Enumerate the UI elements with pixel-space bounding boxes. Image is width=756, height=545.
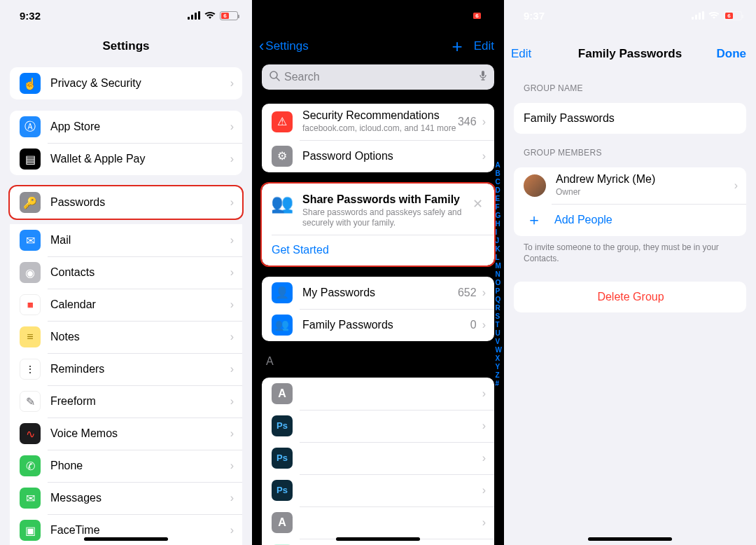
member-row-owner[interactable]: Andrew Myrick (Me) Owner › [514, 167, 746, 204]
plus-icon: ＋ [524, 209, 545, 230]
row-appstore[interactable]: Ⓐ App Store › [10, 111, 242, 143]
row-messages[interactable]: ✉Messages› [10, 482, 242, 514]
phone-icon: ✆ [20, 455, 41, 476]
alpha-index-letter[interactable]: M [496, 262, 502, 270]
row-passwords[interactable]: 🔑 Passwords › [10, 186, 242, 219]
account-row[interactable]: A› [262, 378, 494, 410]
alpha-index-letter[interactable]: Z [496, 371, 502, 380]
alpha-index-letter[interactable]: B [496, 170, 502, 178]
chevron-right-icon: › [734, 179, 738, 192]
alpha-index-letter[interactable]: T [496, 321, 502, 329]
add-button[interactable]: + [452, 37, 463, 55]
svg-rect-0 [188, 17, 190, 20]
alpha-index-letter[interactable]: V [496, 338, 502, 346]
group-name-row[interactable]: Family Passwords [514, 103, 746, 134]
alpha-index-letter[interactable]: Q [496, 296, 502, 304]
row-phone[interactable]: ✆Phone› [10, 450, 242, 482]
row-security-rec[interactable]: ⚠ Security Recommendations facebook.com,… [262, 104, 494, 140]
wifi-icon [204, 10, 216, 22]
row-privacy[interactable]: ☝ Privacy & Security › [10, 67, 242, 99]
edit-button[interactable]: Edit [474, 39, 494, 53]
members-group: Andrew Myrick (Me) Owner › ＋ Add People [514, 167, 746, 236]
status-icons: 6 [692, 10, 742, 22]
calendar-icon: ▦ [20, 294, 41, 315]
row-freeform[interactable]: ✎Freeform› [10, 385, 242, 418]
row-notes[interactable]: ≡Notes› [10, 321, 242, 353]
alpha-index-letter[interactable]: F [496, 203, 502, 212]
row-mail[interactable]: ✉Mail› [10, 224, 242, 256]
chevron-right-icon: › [482, 387, 486, 400]
alpha-index-letter[interactable]: P [496, 287, 502, 296]
alpha-index-letter[interactable]: # [496, 380, 502, 388]
site-icon: A [272, 383, 293, 404]
battery-icon: 6 [472, 11, 490, 20]
account-row[interactable]: Ps› [262, 474, 494, 506]
row-my-passwords[interactable]: 👤 My Passwords 652› [262, 277, 494, 309]
alpha-index-letter[interactable]: H [496, 220, 502, 228]
group-name-group: Family Passwords [514, 103, 746, 134]
alpha-index-letter[interactable]: L [496, 254, 502, 262]
modal-sheet: Edit Family Passwords Done GROUP NAME Fa… [504, 39, 756, 545]
add-people-row[interactable]: ＋ Add People [514, 204, 746, 236]
back-button[interactable]: ‹ Settings [259, 37, 309, 55]
alpha-index-letter[interactable]: J [496, 237, 502, 245]
alpha-index-letter[interactable]: A [496, 161, 502, 170]
search-field[interactable] [262, 64, 494, 90]
row-get-started[interactable]: Get Started [262, 235, 494, 265]
gear-icon: ⚙ [272, 146, 293, 167]
count-badge: 346 [458, 116, 477, 128]
alpha-index-letter[interactable]: C [496, 178, 502, 186]
settings-list[interactable]: ☝ Privacy & Security › Ⓐ App Store › ▤ W… [0, 62, 252, 545]
alpha-index-letter[interactable]: X [496, 354, 502, 363]
search-input[interactable] [284, 71, 475, 83]
alpha-index-letter[interactable]: I [496, 228, 502, 237]
members-footer: To invite someone to the group, they mus… [504, 236, 756, 265]
family-passwords-panel: 9:37 6 Edit Family Passwords Done GROUP … [504, 0, 756, 545]
close-button[interactable]: ✕ [470, 193, 486, 214]
svg-rect-2 [195, 13, 197, 20]
alpha-index-letter[interactable]: Y [496, 363, 502, 371]
row-calendar[interactable]: ▦Calendar› [10, 289, 242, 321]
account-row[interactable]: Ps› [262, 410, 494, 442]
alpha-index-letter[interactable]: K [496, 245, 502, 254]
alpha-index-letter[interactable]: E [496, 195, 502, 203]
alpha-index[interactable]: ABCDEFGHIJKLMNOPQRSTUVWXYZ# [496, 161, 502, 388]
done-button[interactable]: Done [717, 47, 747, 61]
alpha-index-letter[interactable]: W [496, 346, 502, 354]
search-icon [269, 70, 280, 84]
status-icons: 6 [188, 10, 238, 22]
alpha-index-letter[interactable]: R [496, 304, 502, 312]
cellular-icon [692, 10, 704, 22]
members-header: GROUP MEMBERS [504, 134, 756, 162]
status-bar: 9:32 6 [252, 0, 504, 31]
svg-rect-4 [440, 17, 442, 20]
alpha-index-letter[interactable]: N [496, 270, 502, 279]
shield-alert-icon: ⚠ [272, 111, 293, 132]
alpha-index-letter[interactable]: U [496, 329, 502, 338]
site-icon: Ps [272, 448, 293, 469]
account-row[interactable]: Ps› [262, 442, 494, 474]
alpha-index-letter[interactable]: G [496, 212, 502, 220]
alpha-index-letter[interactable]: O [496, 279, 502, 287]
chevron-right-icon: › [482, 452, 486, 464]
group-passwords: 🔑 Passwords › [10, 186, 242, 219]
delete-group-button[interactable]: Delete Group [514, 282, 746, 312]
notes-icon: ≡ [20, 326, 41, 347]
group-apps: ✉Mail› ◉Contacts› ▦Calendar› ≡Notes› ⋮Re… [10, 224, 242, 545]
key-icon: 🔑 [20, 192, 41, 213]
reminders-icon: ⋮ [20, 359, 41, 380]
row-reminders[interactable]: ⋮Reminders› [10, 353, 242, 385]
alpha-index-letter[interactable]: D [496, 186, 502, 195]
account-row[interactable]: A› [262, 506, 494, 539]
passwords-content[interactable]: ⚠ Security Recommendations facebook.com,… [252, 98, 504, 545]
row-voice-memos[interactable]: ∿Voice Memos› [10, 418, 242, 450]
alpha-index-letter[interactable]: S [496, 312, 502, 321]
edit-button[interactable]: Edit [511, 47, 531, 61]
mic-icon[interactable] [479, 70, 487, 84]
messages-icon: ✉ [20, 488, 41, 509]
svg-rect-16 [702, 11, 704, 20]
row-family-passwords[interactable]: 👥 Family Passwords 0› [262, 309, 494, 341]
row-wallet[interactable]: ▤ Wallet & Apple Pay › [10, 143, 242, 175]
row-contacts[interactable]: ◉Contacts› [10, 256, 242, 289]
row-password-options[interactable]: ⚙ Password Options › [262, 140, 494, 172]
